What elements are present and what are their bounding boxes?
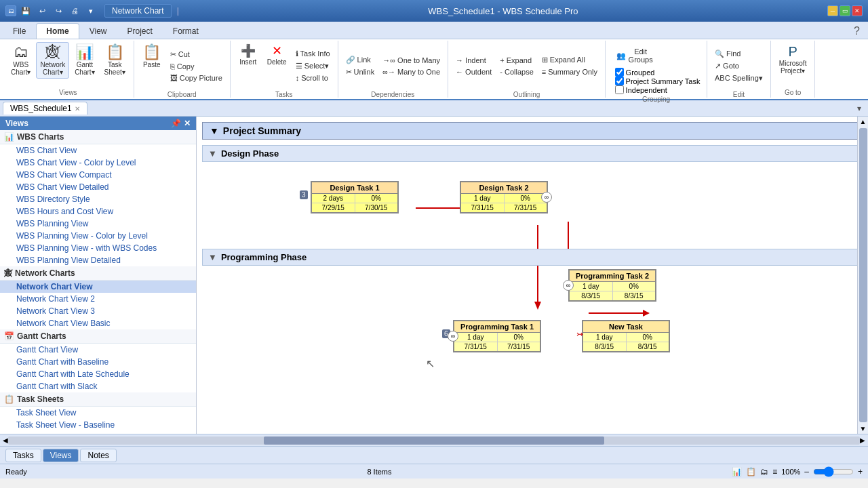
sidebar-item-wbs-color-level[interactable]: WBS Chart View - Color by Level xyxy=(0,157,196,169)
sidebar-close-button[interactable]: ✕ xyxy=(184,119,191,128)
vertical-scrollbar[interactable]: ▲ ▼ xyxy=(857,117,868,434)
sidebar-item-wbs-detailed[interactable]: WBS Chart View Detailed xyxy=(0,181,196,193)
save-button[interactable]: 💾 xyxy=(19,4,33,18)
sidebar-item-wbs-planning-detailed[interactable]: WBS Planning View Detailed xyxy=(0,254,196,266)
expand-button[interactable]: + Expand xyxy=(496,55,537,66)
unlink-button[interactable]: ✂ Unlink xyxy=(342,66,378,78)
sidebar-item-gantt-baseline[interactable]: Gantt Chart with Baseline xyxy=(0,356,196,368)
project-summary-toggle[interactable]: ▼ xyxy=(210,125,219,136)
sidebar-item-task-sheet-schedule[interactable]: Task Sheet View - Schedule xyxy=(0,431,196,434)
sidebar-item-wbs-hours-cost[interactable]: WBS Hours and Cost View xyxy=(0,205,196,218)
copy-button[interactable]: ⎘ Copy xyxy=(167,61,226,72)
goto-button[interactable]: ↗ Goto xyxy=(711,60,766,72)
undo-button[interactable]: ↩ xyxy=(35,4,49,18)
zoom-out-button[interactable]: – xyxy=(804,467,809,476)
scroll-to-button[interactable]: ↕ Scroll to xyxy=(292,73,334,83)
horizontal-scrollbar[interactable] xyxy=(8,436,860,445)
summary-only-button[interactable]: ≡ Summary Only xyxy=(538,66,601,77)
print-button[interactable]: 🖨 xyxy=(68,4,81,18)
sidebar-section-network-charts[interactable]: 🕸 Network Charts xyxy=(0,266,196,281)
zoom-in-button[interactable]: + xyxy=(858,467,863,476)
status-icon3[interactable]: 🗂 xyxy=(760,467,768,476)
spelling-button[interactable]: ABC Spelling▾ xyxy=(711,73,766,84)
restore-button[interactable]: ▭ xyxy=(840,5,850,16)
sidebar-item-task-sheet-baseline[interactable]: Task Sheet View - Baseline xyxy=(0,419,196,431)
sidebar-item-wbs-planning-codes[interactable]: WBS Planning View - with WBS Codes xyxy=(0,242,196,254)
ms-project-button[interactable]: P MicrosoftProject▾ xyxy=(775,42,811,77)
sidebar-item-network-chart-view[interactable]: Network Chart View xyxy=(0,281,196,293)
tab-file[interactable]: File xyxy=(3,23,36,39)
task-node-design1[interactable]: 3 Design Task 1 2 days 0% 7/29/15 7/30/1… xyxy=(311,181,399,214)
paste-button[interactable]: 📋 Paste xyxy=(138,42,165,71)
tab-format[interactable]: Format xyxy=(163,23,209,39)
insert-button[interactable]: ➕ Insert xyxy=(235,42,262,68)
copy-picture-button[interactable]: 🖼 Copy Picture xyxy=(167,73,226,83)
sidebar-item-task-sheet-view[interactable]: Task Sheet View xyxy=(0,407,196,419)
tab-project[interactable]: Project xyxy=(117,23,162,39)
sidebar-item-wbs-chart-view[interactable]: WBS Chart View xyxy=(0,144,196,157)
scroll-down-button[interactable]: ▼ xyxy=(859,424,868,434)
status-icon4[interactable]: ≡ xyxy=(772,467,777,476)
sidebar-item-gantt-view[interactable]: Gantt Chart View xyxy=(0,344,196,356)
sidebar-item-gantt-slack[interactable]: Gantt Chart with Slack xyxy=(0,380,196,392)
sidebar-item-gantt-late[interactable]: Gantt Chart with Late Schedule xyxy=(0,368,196,380)
independent-check[interactable]: Independent xyxy=(615,85,701,94)
cut-button[interactable]: ✂ Cut xyxy=(167,49,226,60)
status-icon1[interactable]: 📊 xyxy=(732,467,742,476)
link-button[interactable]: 🔗 Link xyxy=(342,54,378,66)
task-node-prog1[interactable]: 6 Programming Task 1 1 day 0% 7/31/15 7/… xyxy=(453,320,541,352)
gantt-chart-button[interactable]: 📊 GanttChart▾ xyxy=(71,42,98,79)
design-phase-toggle[interactable]: ▼ xyxy=(208,148,217,159)
help-button[interactable]: ? xyxy=(848,24,865,39)
tab-view[interactable]: View xyxy=(79,23,117,39)
sidebar-item-network-chart-view3[interactable]: Network Chart View 3 xyxy=(0,305,196,317)
delete-button[interactable]: ✕ Delete xyxy=(263,42,291,68)
sidebar-item-wbs-planning[interactable]: WBS Planning View xyxy=(0,218,196,230)
project-summary-task-check[interactable]: Project Summary Task xyxy=(615,77,701,85)
sidebar-item-network-chart-basic[interactable]: Network Chart View Basic xyxy=(0,317,196,329)
canvas-area[interactable]: ▼ Project Summary ▼ Design Phase xyxy=(197,117,868,434)
h-scrollbar-thumb[interactable] xyxy=(264,436,604,445)
indent-button[interactable]: → Indent xyxy=(452,55,495,66)
task-sheet-button[interactable]: 📋 TaskSheet▾ xyxy=(100,42,130,79)
doc-tab-close[interactable]: ✕ xyxy=(75,105,80,113)
scroll-thumb[interactable] xyxy=(859,128,867,422)
doc-tab[interactable]: WBS_Schedule1 ✕ xyxy=(3,102,87,115)
sidebar-item-wbs-compact[interactable]: WBS Chart View Compact xyxy=(0,169,196,181)
sidebar-section-wbs-charts[interactable]: 📊 WBS Charts xyxy=(0,130,196,144)
sidebar-section-gantt-charts[interactable]: 📅 Gantt Charts xyxy=(0,329,196,344)
scroll-up-button[interactable]: ▲ xyxy=(859,117,868,127)
scroll-left-button[interactable]: ◀ xyxy=(3,436,8,444)
redo-button[interactable]: ↪ xyxy=(52,4,65,18)
task-info-button[interactable]: ℹ Task Info xyxy=(292,48,334,60)
tab-home[interactable]: Home xyxy=(36,23,79,39)
select-button[interactable]: ☰ Select▾ xyxy=(292,60,334,72)
bottom-tab-views[interactable]: Views xyxy=(43,449,79,462)
scroll-right-button[interactable]: ▶ xyxy=(860,436,865,444)
bottom-tab-notes[interactable]: Notes xyxy=(80,449,116,462)
network-chart-button[interactable]: 🕸 NetworkChart▾ xyxy=(36,42,69,79)
sidebar-section-task-sheets[interactable]: 📋 Task Sheets xyxy=(0,392,196,407)
sidebar-item-network-chart-view2[interactable]: Network Chart View 2 xyxy=(0,293,196,305)
status-icon2[interactable]: 📋 xyxy=(746,467,756,476)
more-qa-button[interactable]: ▾ xyxy=(84,4,98,18)
tab-dropdown-button[interactable]: ▾ xyxy=(853,102,865,115)
expand-all-button[interactable]: ⊞ Expand All xyxy=(538,54,601,66)
grouped-check[interactable]: Grouped xyxy=(615,68,701,77)
collapse-button[interactable]: - Collapse xyxy=(496,66,537,77)
one-to-many-button[interactable]: →∞ One to Many xyxy=(379,55,443,66)
outdent-button[interactable]: ← Outdent xyxy=(452,66,495,77)
task-node-new[interactable]: ↣ New Task 1 day 0% 8/3/15 8/3/15 xyxy=(582,320,670,352)
find-button[interactable]: 🔍 Find xyxy=(711,48,766,60)
edit-groups-button[interactable]: 👥 EditGroups xyxy=(612,45,701,66)
sidebar-item-wbs-directory[interactable]: WBS Directory Style xyxy=(0,193,196,205)
task-node-design2[interactable]: Design Task 2 1 day 0% 7/31/15 7/31/15 ∞ xyxy=(460,181,548,214)
wbs-chart-button[interactable]: 🗂 WBSChart▾ xyxy=(7,42,35,79)
minimize-button[interactable]: ─ xyxy=(827,5,838,16)
zoom-slider[interactable] xyxy=(813,469,854,474)
task-node-prog2[interactable]: Programming Task 2 1 day 0% 8/3/15 8/3/1… xyxy=(568,269,656,302)
bottom-tab-tasks[interactable]: Tasks xyxy=(5,449,41,462)
prog-phase-toggle[interactable]: ▼ xyxy=(208,252,217,262)
many-to-one-button[interactable]: ∞→ Many to One xyxy=(379,66,443,77)
close-button[interactable]: ✕ xyxy=(852,5,863,16)
